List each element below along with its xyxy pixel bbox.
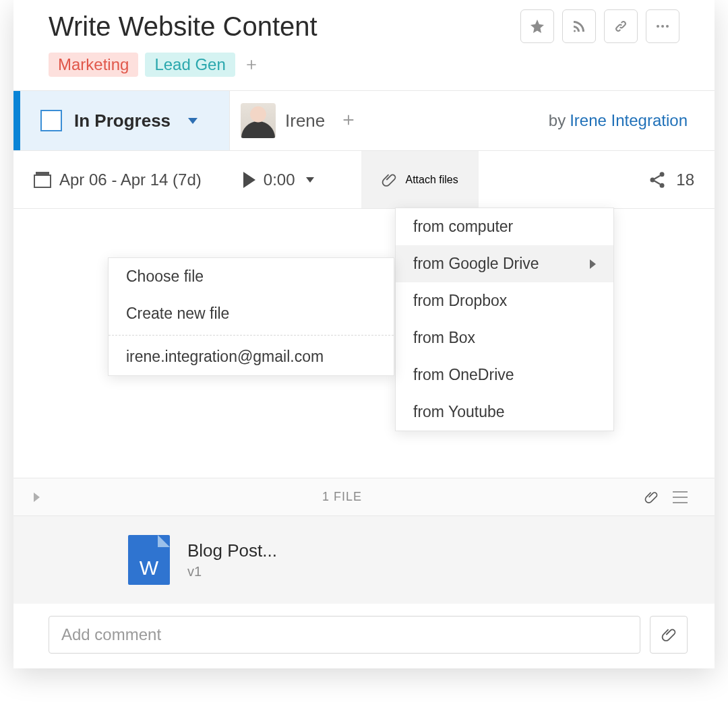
byline: by Irene Integration bbox=[549, 91, 715, 150]
attach-menu-item-computer[interactable]: from computer bbox=[396, 208, 613, 245]
timer-value: 0:00 bbox=[264, 170, 295, 189]
drive-submenu: Choose file Create new file irene.integr… bbox=[108, 257, 394, 376]
svg-point-0 bbox=[657, 25, 659, 28]
file-version: v1 bbox=[187, 564, 277, 579]
author-link[interactable]: Irene Integration bbox=[570, 111, 688, 130]
menu-separator bbox=[109, 335, 394, 336]
complete-checkbox[interactable] bbox=[40, 110, 62, 131]
comment-attach-button[interactable] bbox=[650, 616, 688, 654]
svg-point-1 bbox=[661, 25, 664, 28]
doc-glyph: W bbox=[140, 557, 158, 579]
list-view-icon[interactable] bbox=[673, 491, 688, 503]
file-row[interactable]: W Blog Post... v1 bbox=[13, 516, 715, 604]
title-row: Write Website Content bbox=[49, 9, 679, 43]
tags-row: Marketing Lead Gen bbox=[49, 53, 679, 77]
plus-icon bbox=[341, 113, 356, 127]
add-assignee-button[interactable] bbox=[341, 109, 356, 132]
add-tag-button[interactable] bbox=[242, 55, 261, 74]
caret-down-icon bbox=[188, 118, 198, 124]
drive-submenu-account[interactable]: irene.integration@gmail.com bbox=[109, 338, 394, 375]
meta-row: Apr 06 - Apr 14 (7d) 0:00 Attach files 1… bbox=[13, 151, 715, 209]
status-row: In Progress Irene by Irene Integration bbox=[13, 90, 715, 151]
attach-menu: from computer from Google Drive from Dro… bbox=[395, 208, 614, 431]
svg-point-4 bbox=[660, 172, 665, 177]
link-icon bbox=[613, 18, 629, 34]
plus-icon bbox=[245, 58, 258, 71]
body-area: from computer from Google Drive from Dro… bbox=[13, 209, 715, 478]
attach-menu-item-google-drive[interactable]: from Google Drive bbox=[396, 245, 613, 282]
chevron-right-icon bbox=[590, 259, 596, 269]
file-meta: Blog Post... v1 bbox=[187, 540, 277, 579]
comment-bar bbox=[13, 604, 715, 668]
attach-menu-item-box[interactable]: from Box bbox=[396, 319, 613, 356]
star-icon bbox=[529, 18, 545, 34]
rss-button[interactable] bbox=[562, 9, 596, 43]
assignee-cell: Irene bbox=[229, 91, 367, 150]
caret-down-icon bbox=[306, 177, 314, 183]
svg-point-2 bbox=[666, 25, 669, 28]
paperclip-icon bbox=[382, 171, 396, 189]
menu-item-label: from Google Drive bbox=[413, 255, 539, 273]
file-name[interactable]: Blog Post... bbox=[187, 540, 277, 561]
status-selector[interactable]: In Progress bbox=[13, 91, 229, 150]
task-card: Write Website Content Marketing Lead Gen bbox=[13, 0, 715, 668]
attach-files-button[interactable]: Attach files bbox=[361, 151, 479, 208]
drive-submenu-create[interactable]: Create new file bbox=[109, 295, 394, 332]
attach-menu-item-onedrive[interactable]: from OneDrive bbox=[396, 356, 613, 393]
play-icon bbox=[243, 172, 255, 188]
share-icon bbox=[648, 170, 667, 189]
tag-marketing[interactable]: Marketing bbox=[49, 53, 138, 77]
paperclip-icon bbox=[661, 627, 676, 643]
comment-input[interactable] bbox=[49, 616, 640, 654]
assignee-name[interactable]: Irene bbox=[285, 111, 325, 131]
files-count: 1 FILE bbox=[40, 490, 644, 504]
task-title[interactable]: Write Website Content bbox=[49, 11, 317, 42]
word-doc-icon: W bbox=[128, 535, 170, 585]
tag-lead-gen[interactable]: Lead Gen bbox=[145, 53, 235, 77]
attach-menu-item-youtube[interactable]: from Youtube bbox=[396, 393, 613, 431]
timer-control[interactable]: 0:00 bbox=[243, 170, 314, 189]
date-range[interactable]: Apr 06 - Apr 14 (7d) bbox=[34, 170, 202, 189]
by-prefix: by bbox=[549, 111, 566, 130]
calendar-icon bbox=[34, 172, 51, 188]
star-button[interactable] bbox=[520, 9, 554, 43]
avatar[interactable] bbox=[241, 103, 276, 138]
title-actions bbox=[520, 9, 679, 43]
files-bar: 1 FILE bbox=[13, 478, 715, 516]
link-button[interactable] bbox=[604, 9, 638, 43]
share-block[interactable]: 18 bbox=[648, 170, 694, 189]
drive-submenu-choose[interactable]: Choose file bbox=[109, 258, 394, 295]
more-icon bbox=[655, 18, 671, 34]
chevron-right-icon[interactable] bbox=[34, 493, 40, 502]
attach-menu-item-dropbox[interactable]: from Dropbox bbox=[396, 282, 613, 319]
attach-label: Attach files bbox=[406, 174, 458, 186]
header: Write Website Content Marketing Lead Gen bbox=[13, 0, 715, 90]
share-count: 18 bbox=[676, 170, 694, 189]
status-label: In Progress bbox=[74, 111, 171, 131]
more-button[interactable] bbox=[646, 9, 679, 43]
paperclip-icon[interactable] bbox=[644, 490, 658, 505]
rss-icon bbox=[571, 18, 587, 34]
date-range-text: Apr 06 - Apr 14 (7d) bbox=[59, 170, 202, 189]
svg-point-5 bbox=[660, 183, 665, 187]
